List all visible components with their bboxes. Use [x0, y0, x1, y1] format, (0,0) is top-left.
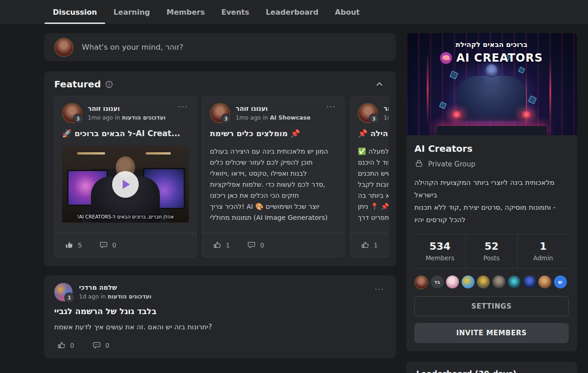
- author-name[interactable]: זוהר וענונו: [384, 105, 389, 113]
- comment-count: 0: [106, 342, 109, 349]
- member-avatar[interactable]: [523, 275, 536, 288]
- feed-post[interactable]: 1 מרדכי שלמה 1d ago in הודעות ועדכונים ·…: [44, 275, 396, 358]
- avatar[interactable]: [54, 38, 74, 57]
- banner-keyboard: [436, 126, 547, 135]
- featured-section: Featured 3 זוהר וענונו: [44, 71, 396, 266]
- member-avatar[interactable]: [446, 275, 459, 288]
- featured-card-community[interactable]: 3 זוהר וענונו 1mo 📌 קהילה ✅ למעלה ?היכנס…: [350, 96, 389, 257]
- group-banner-image[interactable]: ברוכים הבאים לקהילת 🧠 AI CREATORS: [406, 33, 577, 135]
- tab-events[interactable]: Events: [213, 0, 258, 24]
- member-avatar[interactable]: [492, 275, 505, 288]
- featured-cards-row: 3 זוהר וענונו 1mo ago in הודעות ועדכונים…: [54, 96, 389, 257]
- video-thumbnail[interactable]: אהלן חברים, ברוכים הבאים ל-AI CREATORS!: [62, 146, 189, 223]
- leaderboard-title: Leaderboard (30-days): [416, 369, 567, 373]
- avatar[interactable]: 1: [54, 283, 73, 301]
- member-avatars-row: בד ש: [414, 275, 569, 289]
- like-button[interactable]: 1: [358, 240, 380, 250]
- post-body: בעולם היצירה עם בינה מלאכותית יש המוןכלי…: [210, 146, 337, 223]
- more-options-icon[interactable]: ···: [323, 101, 339, 112]
- avatar[interactable]: 3: [358, 103, 378, 123]
- banner-figure: [457, 76, 526, 121]
- avatar[interactable]: 3: [62, 103, 82, 123]
- brain-icon: 🧠: [440, 52, 452, 64]
- member-avatar[interactable]: [508, 275, 520, 288]
- avatar[interactable]: 3: [210, 103, 230, 123]
- top-nav: Discussion Learning Members Events Leade…: [0, 0, 588, 24]
- like-count: 1: [374, 241, 378, 249]
- group-name[interactable]: AI Creators: [414, 143, 569, 154]
- post-body: ✅ למעלה ?היכנס ל עמודהתכנים שישלקבל תשוב…: [358, 146, 389, 223]
- play-button[interactable]: [112, 171, 139, 198]
- privacy-label: Private Group: [428, 160, 475, 168]
- channel-name[interactable]: AI Showcase: [270, 114, 311, 121]
- more-options-icon[interactable]: ···: [175, 101, 191, 112]
- member-avatar[interactable]: [538, 275, 551, 288]
- video-caption: אהלן חברים, ברוכים הבאים ל-AI CREATORS!: [62, 214, 189, 219]
- level-badge: 3: [221, 114, 231, 124]
- like-count: 1: [226, 241, 230, 249]
- channel-name[interactable]: הודעות ועדכונים: [107, 293, 151, 300]
- member-avatar[interactable]: [477, 275, 490, 288]
- like-button[interactable]: 5: [62, 240, 85, 250]
- post-title[interactable]: לגביי הרשמה של גוגל בלבד: [54, 307, 386, 316]
- post-title[interactable]: רשימת כלים מומלצים 📌: [210, 129, 337, 138]
- post-title[interactable]: 📌 קהילה: [358, 129, 389, 138]
- author-name[interactable]: זוהר וענונו: [88, 105, 166, 113]
- invite-members-button[interactable]: INVITE MEMBERS: [414, 323, 569, 343]
- post-meta: 1mo ago in הודעות ועדכונים: [88, 114, 166, 121]
- level-badge: 3: [73, 114, 83, 124]
- banner-welcome-text: ברוכים הבאים לקהילת: [406, 40, 577, 49]
- featured-card-tools[interactable]: 3 זוהר וענונו 1mo ago in AI Showcase ···…: [202, 96, 345, 257]
- tab-leaderboard[interactable]: Leaderboard: [257, 0, 327, 24]
- author-name[interactable]: מרדכי שלמה: [79, 284, 152, 292]
- leaderboard-card: Leaderboard (30-days): [406, 362, 577, 373]
- like-button[interactable]: 0: [54, 340, 77, 350]
- like-count: 0: [70, 342, 74, 349]
- play-icon: [123, 180, 130, 189]
- post-title[interactable]: 🚀 ברוכים הבאים ל-AI Creat...: [62, 129, 189, 138]
- post-meta: 1mo: [384, 114, 389, 121]
- member-avatar[interactable]: בד: [431, 275, 444, 288]
- comment-button[interactable]: 0: [244, 240, 267, 250]
- tab-learning[interactable]: Learning: [105, 0, 158, 24]
- member-avatar[interactable]: [462, 275, 475, 288]
- level-badge: 3: [369, 114, 379, 124]
- comment-count: 0: [260, 241, 264, 249]
- post-meta: 1mo ago in AI Showcase: [236, 114, 311, 121]
- post-meta: 1d ago in הודעות ועדכונים: [79, 293, 152, 300]
- author-name[interactable]: זוהר וענונו: [236, 105, 311, 113]
- featured-title: Featured: [54, 79, 101, 90]
- comment-button[interactable]: 0: [96, 240, 119, 250]
- chevron-up-icon[interactable]: [375, 81, 384, 87]
- stat-members[interactable]: 534 Members: [414, 235, 465, 268]
- group-card: ברוכים הבאים לקהילת 🧠 AI CREATORS AI Cre…: [406, 33, 577, 351]
- channel-name[interactable]: הודעות ועדכונים: [122, 114, 165, 121]
- group-stats: 534 Members 52 Posts 1 Admin: [414, 234, 569, 269]
- like-button[interactable]: 1: [210, 240, 232, 250]
- settings-button[interactable]: SETTINGS: [414, 296, 569, 316]
- community-page: Discussion Learning Members Events Leade…: [0, 0, 588, 373]
- more-options-icon[interactable]: ···: [372, 284, 387, 294]
- comment-count: 0: [113, 241, 116, 249]
- comment-button[interactable]: 0: [90, 340, 112, 350]
- lock-icon: [414, 159, 424, 170]
- group-description: הקהילה המקצועית ביותר ליוצרי בינה מלאכות…: [414, 177, 569, 226]
- post-composer[interactable]: What's on your mind, זוהר?: [44, 33, 396, 61]
- tab-discussion[interactable]: Discussion: [45, 0, 105, 24]
- tab-members[interactable]: Members: [158, 0, 213, 24]
- stat-posts[interactable]: 52 Posts: [465, 235, 517, 268]
- tab-about[interactable]: About: [327, 0, 368, 24]
- group-sidebar: ברוכים הבאים לקהילת 🧠 AI CREATORS AI Cre…: [406, 33, 577, 373]
- level-badge: 1: [64, 293, 74, 303]
- post-body: אשמח לדעת איך עושים את זה. והאם יש בזה י…: [54, 323, 386, 331]
- like-count: 5: [78, 241, 82, 249]
- feed-column: What's on your mind, זוהר? Featured 3: [44, 33, 396, 358]
- stat-admin[interactable]: 1 Admin: [517, 235, 569, 268]
- info-icon[interactable]: [104, 80, 114, 89]
- featured-card-welcome[interactable]: 3 זוהר וענונו 1mo ago in הודעות ועדכונים…: [54, 96, 197, 257]
- composer-placeholder: What's on your mind, זוהר?: [82, 43, 183, 52]
- member-avatar[interactable]: ש: [554, 275, 567, 288]
- member-avatar[interactable]: [414, 275, 428, 289]
- banner-brand-text: AI CREATORS: [456, 52, 543, 64]
